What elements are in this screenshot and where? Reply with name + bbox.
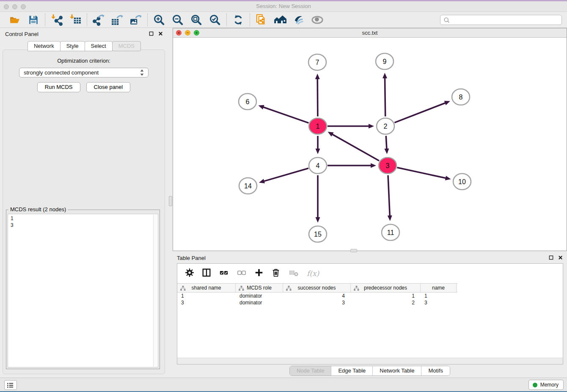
table-row[interactable]: 3dominator323	[177, 299, 563, 306]
tab-network-table[interactable]: Network Table	[372, 366, 421, 375]
criterion-value: strongly connected component	[24, 69, 140, 76]
delete-column-button[interactable]	[271, 268, 281, 279]
column-header-shared-name[interactable]: shared name	[177, 284, 236, 292]
table-cell[interactable]: 3	[283, 300, 351, 306]
table-cell[interactable]: 3	[177, 300, 236, 306]
import-network-button[interactable]	[49, 14, 64, 26]
control-panel-title: Control Panel	[5, 31, 149, 37]
deselect-all-columns-button[interactable]	[237, 268, 247, 279]
column-header-predecessor-nodes[interactable]: predecessor nodes	[351, 284, 421, 292]
save-session-button[interactable]	[26, 14, 41, 26]
column-header-mcds-role[interactable]: MCDS role	[236, 284, 283, 292]
graph-edge-1-7[interactable]	[317, 78, 318, 116]
delete-table-button[interactable]	[288, 268, 299, 279]
float-panel-icon[interactable]	[149, 30, 154, 38]
graph-edge-2-9[interactable]	[385, 77, 385, 116]
import-table-button[interactable]	[68, 14, 83, 26]
minimize-window-button[interactable]	[12, 4, 17, 9]
search-field[interactable]	[440, 15, 562, 25]
table-tabs-row: Node TableEdge TableNetwork TableMotifs	[173, 366, 567, 376]
window-controls[interactable]	[4, 4, 26, 9]
vertical-divider-handle[interactable]	[169, 196, 172, 206]
network-window-titlebar[interactable]: scc.txt	[173, 28, 567, 38]
table-toolbar: f(x)	[177, 264, 563, 283]
tab-style[interactable]: Style	[60, 41, 85, 51]
open-session-button[interactable]	[7, 14, 22, 26]
close-table-panel-icon[interactable]	[558, 254, 563, 262]
export-table-button[interactable]	[110, 14, 125, 26]
table-panel-title: Table Panel	[177, 255, 549, 261]
column-label: successor nodes	[297, 285, 336, 291]
table-cell[interactable]: 1	[177, 293, 236, 299]
graph-edge-2-3[interactable]	[386, 136, 387, 149]
select-all-columns-button[interactable]	[219, 268, 229, 279]
close-panel-button[interactable]: Close panel	[86, 82, 131, 92]
tab-motifs[interactable]: Motifs	[421, 366, 450, 375]
float-table-panel-icon[interactable]	[549, 254, 553, 262]
export-network-button[interactable]	[91, 14, 106, 26]
memory-label: Memory	[540, 382, 559, 388]
graph-edge-2-8[interactable]	[394, 103, 446, 123]
zoom-in-button[interactable]	[151, 14, 167, 26]
neighbors-home-button[interactable]	[272, 14, 288, 26]
run-mcds-button[interactable]: Run MCDS	[37, 82, 80, 92]
refresh-button[interactable]	[231, 14, 246, 26]
table-cell[interactable]: dominator	[236, 293, 283, 299]
column-header-successor-nodes[interactable]: successor nodes	[283, 284, 351, 292]
graph-edge-1-6[interactable]	[263, 107, 308, 123]
column-label: name	[432, 285, 445, 291]
table-settings-button[interactable]	[185, 268, 194, 279]
close-panel-icon[interactable]	[158, 30, 163, 38]
refresh-icon	[233, 14, 244, 25]
table-cell[interactable]: 1	[421, 293, 457, 299]
network-close-button[interactable]	[176, 30, 182, 36]
tab-mcds[interactable]: MCDS	[112, 41, 141, 51]
result-scrollbar[interactable]	[153, 215, 157, 367]
tab-select[interactable]: Select	[85, 41, 113, 51]
tab-edge-table[interactable]: Edge Table	[331, 366, 372, 375]
node-table: f(x) shared nameMCDS rolesuccessor nodes…	[177, 263, 563, 364]
criterion-select[interactable]: strongly connected component	[19, 68, 149, 77]
column-label: predecessor nodes	[364, 285, 407, 291]
zoom-out-button[interactable]	[170, 14, 185, 26]
graph-node-label: 10	[458, 178, 466, 185]
graph-edge-arrow	[384, 149, 389, 154]
zoom-window-button[interactable]	[21, 4, 26, 9]
table-cell[interactable]: 3	[421, 300, 457, 306]
network-minimize-button[interactable]	[185, 30, 190, 36]
split-columns-button[interactable]	[202, 268, 211, 279]
table-cell[interactable]: 2	[351, 300, 421, 306]
table-cell[interactable]: 1	[351, 293, 421, 299]
show-graphics-details-button[interactable]	[291, 14, 306, 26]
graph-edge-3-1[interactable]	[332, 134, 379, 161]
task-history-button[interactable]	[4, 380, 17, 390]
network-zoom-button[interactable]	[194, 30, 199, 36]
add-column-button[interactable]	[254, 268, 264, 279]
close-window-button[interactable]	[4, 4, 9, 9]
app-title: Session: New Session	[0, 1, 567, 11]
table-cell[interactable]: dominator	[236, 300, 283, 306]
mcds-result-area[interactable]: 1 3	[8, 214, 158, 367]
graph-edge-4-14[interactable]	[263, 168, 308, 181]
table-row[interactable]: 1dominator411	[177, 293, 563, 299]
zoom-selected-button[interactable]	[207, 14, 223, 26]
tab-network[interactable]: Network	[28, 41, 61, 51]
table-cell[interactable]: 4	[283, 293, 351, 299]
duplicate-network-button[interactable]	[254, 14, 269, 26]
mcds-result-title: MCDS result (2 nodes)	[8, 206, 68, 213]
search-input[interactable]	[451, 17, 561, 23]
tab-node-table[interactable]: Node Table	[290, 366, 331, 375]
network-canvas[interactable]: 7968124314101511	[173, 38, 567, 251]
export-image-icon	[130, 14, 142, 26]
graph-edge-3-10[interactable]	[397, 168, 446, 178]
memory-button[interactable]: Memory	[528, 380, 564, 390]
control-panel: Control Panel NetworkStyleSelectMCDS Opt…	[0, 28, 168, 378]
function-builder-button[interactable]: f(x)	[307, 269, 319, 278]
horizontal-divider-handle[interactable]	[350, 249, 357, 252]
export-image-button[interactable]	[128, 14, 143, 26]
zoom-fit-button[interactable]	[189, 14, 204, 26]
column-header-name[interactable]: name	[421, 284, 457, 292]
graph-edge-3-11[interactable]	[388, 175, 390, 216]
hide-graphics-eye-button[interactable]	[310, 14, 325, 26]
table-hscroll-area[interactable]	[177, 358, 563, 364]
